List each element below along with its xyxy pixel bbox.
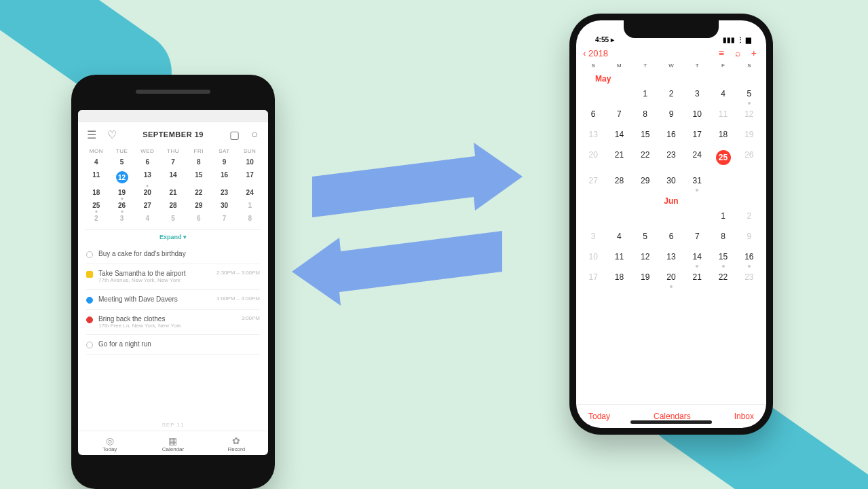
date-cell[interactable]: 20: [134, 186, 160, 199]
date-cell[interactable]: 26: [736, 146, 762, 172]
date-cell[interactable]: 4: [606, 228, 632, 248]
date-cell[interactable]: 3: [580, 228, 606, 248]
date-cell[interactable]: 19: [109, 186, 135, 199]
date-cell[interactable]: 2: [658, 85, 684, 105]
date-cell[interactable]: 14: [684, 248, 710, 268]
date-cell[interactable]: 25: [83, 199, 109, 212]
layout-icon[interactable]: ▢: [227, 128, 241, 141]
date-cell[interactable]: 22: [186, 186, 212, 199]
date-cell[interactable]: 1: [633, 85, 658, 105]
search-icon[interactable]: ⌕: [735, 48, 740, 58]
date-cell[interactable]: 7: [684, 228, 710, 248]
favorite-icon[interactable]: ♡: [105, 128, 119, 141]
date-cell[interactable]: 13: [580, 126, 606, 146]
date-cell[interactable]: 28: [606, 172, 632, 192]
date-cell[interactable]: 8: [633, 105, 658, 126]
date-cell[interactable]: 8: [186, 156, 212, 168]
date-cell[interactable]: 19: [633, 268, 658, 289]
date-cell[interactable]: 4: [83, 156, 109, 168]
date-cell[interactable]: 22: [710, 268, 736, 289]
date-cell[interactable]: 24: [237, 186, 263, 199]
date-cell[interactable]: 10: [237, 156, 263, 168]
event-item[interactable]: Take Samantha to the airport77th Avenue,…: [86, 264, 260, 290]
add-icon[interactable]: +: [751, 48, 757, 58]
date-cell[interactable]: 9: [658, 105, 684, 126]
date-cell[interactable]: 13: [658, 248, 684, 268]
list-icon[interactable]: ≡: [719, 48, 724, 58]
date-cell[interactable]: 14: [606, 126, 632, 146]
date-cell[interactable]: 6: [580, 105, 606, 126]
nav-calendar[interactable]: ▦Calendar: [141, 435, 204, 452]
date-cell[interactable]: 16: [212, 168, 238, 186]
date-cell[interactable]: 20: [658, 268, 684, 289]
event-item[interactable]: Go for a night run: [86, 335, 260, 355]
date-cell[interactable]: 4: [710, 85, 736, 105]
date-cell[interactable]: 29: [186, 199, 212, 212]
date-cell[interactable]: 28: [160, 199, 186, 212]
date-cell[interactable]: 8: [710, 228, 736, 248]
date-cell[interactable]: 17: [580, 268, 606, 289]
date-cell[interactable]: 15: [633, 126, 658, 146]
toolbar-calendars[interactable]: Calendars: [654, 412, 691, 421]
date-cell[interactable]: 5: [160, 212, 186, 225]
date-cell[interactable]: 2: [736, 207, 762, 228]
menu-icon[interactable]: ☰: [85, 128, 98, 141]
date-cell[interactable]: 23: [736, 268, 762, 289]
date-cell[interactable]: 23: [658, 146, 684, 172]
date-cell[interactable]: 6: [134, 156, 160, 168]
date-cell[interactable]: 6: [658, 228, 684, 248]
date-cell[interactable]: 1: [237, 199, 263, 212]
toolbar-today[interactable]: Today: [588, 412, 610, 421]
event-item[interactable]: Buy a cake for dad's birthday: [86, 244, 260, 264]
date-cell[interactable]: 3: [684, 85, 710, 105]
date-cell[interactable]: 21: [160, 186, 186, 199]
date-cell[interactable]: 1: [710, 207, 736, 228]
date-cell[interactable]: 26: [109, 199, 135, 212]
date-cell[interactable]: 18: [83, 186, 109, 199]
nav-record[interactable]: ✿Record: [205, 435, 268, 452]
date-cell[interactable]: 11: [606, 248, 632, 268]
date-cell[interactable]: 7: [606, 105, 632, 126]
back-button[interactable]: ‹ 2018: [583, 48, 608, 58]
date-cell[interactable]: 16: [658, 126, 684, 146]
date-cell[interactable]: 9: [736, 228, 762, 248]
date-cell[interactable]: 5: [633, 228, 658, 248]
date-cell[interactable]: 17: [684, 126, 710, 146]
search-icon[interactable]: ○: [248, 128, 261, 141]
date-cell[interactable]: 11: [83, 168, 109, 186]
date-cell[interactable]: 2: [83, 212, 109, 225]
date-cell[interactable]: 7: [160, 156, 186, 168]
date-cell[interactable]: 17: [237, 168, 263, 186]
date-cell[interactable]: 8: [237, 212, 263, 225]
toolbar-inbox[interactable]: Inbox: [734, 412, 754, 421]
date-cell[interactable]: 5: [736, 85, 762, 105]
date-cell[interactable]: 12: [633, 248, 658, 268]
date-cell[interactable]: 10: [684, 105, 710, 126]
date-cell[interactable]: 9: [212, 156, 238, 168]
date-cell[interactable]: 4: [134, 212, 160, 225]
event-item[interactable]: Bring back the clothes17th Free Ln, New …: [86, 310, 260, 336]
date-cell[interactable]: 11: [710, 105, 736, 126]
date-cell[interactable]: 24: [684, 146, 710, 172]
date-cell[interactable]: 30: [658, 172, 684, 192]
date-cell[interactable]: 3: [109, 212, 135, 225]
date-cell[interactable]: 21: [606, 146, 632, 172]
date-cell[interactable]: 20: [580, 146, 606, 172]
expand-button[interactable]: Expand ▾: [78, 231, 268, 244]
date-cell[interactable]: 29: [633, 172, 658, 192]
date-cell[interactable]: 27: [134, 199, 160, 212]
date-cell[interactable]: 12: [109, 168, 135, 186]
date-cell[interactable]: 18: [606, 268, 632, 289]
date-cell[interactable]: 23: [212, 186, 238, 199]
back-date-bar[interactable]: SEP 11: [78, 419, 268, 431]
date-cell[interactable]: 22: [633, 146, 658, 172]
date-cell[interactable]: 31: [684, 172, 710, 192]
date-cell[interactable]: 15: [186, 168, 212, 186]
date-cell[interactable]: 14: [160, 168, 186, 186]
nav-today[interactable]: ◎Today: [78, 435, 141, 452]
date-cell[interactable]: 16: [736, 248, 762, 268]
date-cell[interactable]: 21: [684, 268, 710, 289]
date-cell[interactable]: 25: [710, 146, 736, 172]
date-cell[interactable]: 30: [212, 199, 238, 212]
date-cell[interactable]: 27: [580, 172, 606, 192]
